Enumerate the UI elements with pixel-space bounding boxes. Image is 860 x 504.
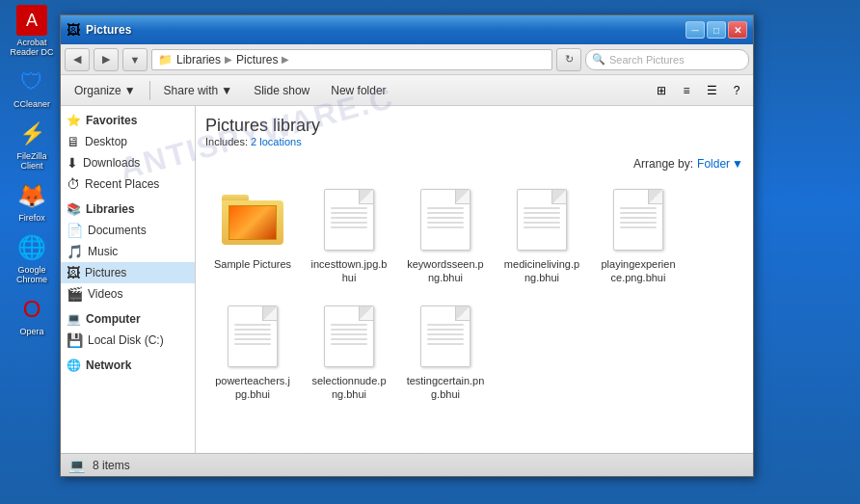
arrange-dropdown[interactable]: Folder ▼ bbox=[697, 157, 743, 171]
organize-arrow-icon: ▼ bbox=[124, 84, 136, 97]
title-buttons: ─ □ ✕ bbox=[685, 21, 747, 39]
arrange-arrow-icon: ▼ bbox=[732, 157, 743, 171]
desktop-icon-chrome[interactable]: 🌐 Google Chrome bbox=[8, 232, 56, 284]
new-folder-button[interactable]: New folder bbox=[323, 79, 393, 102]
nav-pane: ⭐ Favorites 🖥 Desktop ⬇ Downloads ⏱ Rece… bbox=[61, 106, 196, 453]
doc-icon bbox=[517, 189, 567, 251]
breadcrumb-icon: 📁 bbox=[158, 53, 173, 66]
file-area: Pictures library Includes: 2 locations A… bbox=[196, 106, 753, 453]
window-title: Pictures bbox=[86, 23, 131, 37]
nav-item-documents[interactable]: 📄 Documents bbox=[61, 220, 195, 241]
library-includes-label: Includes: bbox=[205, 136, 248, 147]
nav-item-recent-places[interactable]: ⏱ Recent Places bbox=[61, 173, 195, 195]
desktop-icon-firefox[interactable]: 🦊 Firefox bbox=[8, 180, 56, 223]
doc-icon bbox=[228, 305, 278, 367]
breadcrumb-arrow2: ▶ bbox=[282, 54, 289, 65]
file-item-medicineliving[interactable]: medicineliving.png.bhui bbox=[498, 182, 585, 289]
slideshow-button[interactable]: Slide show bbox=[246, 79, 317, 102]
title-bar: 🖼 Pictures ─ □ ✕ bbox=[61, 15, 753, 44]
file-item-incesttown[interactable]: incesttown.jpg.bhui bbox=[306, 182, 392, 289]
nav-item-downloads[interactable]: ⬇ Downloads bbox=[61, 152, 195, 173]
forward-button[interactable]: ▶ bbox=[94, 48, 119, 71]
desktop-icon-ccleaner[interactable]: 🛡 CCleaner bbox=[8, 66, 56, 109]
file-item-selectionnude[interactable]: selectionnude.png.bhui bbox=[306, 299, 392, 406]
computer-section: 💻 Computer 💾 Local Disk (C:) bbox=[61, 308, 195, 351]
back-button[interactable]: ◀ bbox=[65, 48, 90, 71]
search-placeholder: Search Pictures bbox=[609, 54, 685, 66]
file-item-sample-pictures[interactable]: Sample Pictures bbox=[209, 182, 296, 289]
search-icon: 🔍 bbox=[592, 53, 605, 66]
toolbar-separator-1 bbox=[149, 81, 150, 100]
file-name: testingcertain.png.bhui bbox=[406, 374, 485, 402]
computer-header[interactable]: 💻 Computer bbox=[61, 308, 195, 330]
view-extra-large-button[interactable]: ⊞ bbox=[651, 80, 672, 101]
address-bar: ◀ ▶ ▼ 📁 Libraries ▶ Pictures ▶ ↻ 🔍 Searc… bbox=[61, 44, 753, 75]
search-bar[interactable]: 🔍 Search Pictures bbox=[585, 49, 749, 70]
window-icon: 🖼 bbox=[67, 22, 80, 38]
doc-icon bbox=[613, 189, 663, 251]
file-name: Sample Pictures bbox=[214, 257, 291, 271]
library-header: Pictures library Includes: 2 locations bbox=[205, 116, 743, 147]
localdisk-nav-icon: 💾 bbox=[67, 332, 83, 348]
file-item-testingcertain[interactable]: testingcertain.png.bhui bbox=[402, 299, 489, 406]
file-name: incesttown.jpg.bhui bbox=[309, 257, 389, 285]
desktop-nav-icon: 🖥 bbox=[67, 134, 80, 149]
library-title: Pictures library bbox=[205, 116, 743, 136]
nav-item-pictures[interactable]: 🖼 Pictures bbox=[61, 262, 195, 283]
libraries-icon: 📚 bbox=[67, 202, 81, 216]
help-button[interactable]: ? bbox=[726, 80, 747, 101]
desktop-icon-acrobat[interactable]: A Acrobat Reader DC bbox=[8, 5, 56, 57]
favorites-header[interactable]: ⭐ Favorites bbox=[61, 110, 195, 131]
file-item-powerteachers[interactable]: powerteachers.jpg.bhui bbox=[209, 299, 296, 406]
network-header[interactable]: 🌐 Network bbox=[61, 355, 195, 376]
videos-nav-icon: 🎬 bbox=[67, 286, 83, 302]
view-list-button[interactable]: ☰ bbox=[701, 80, 722, 101]
main-content: ⭐ Favorites 🖥 Desktop ⬇ Downloads ⏱ Rece… bbox=[61, 106, 753, 453]
recent-button[interactable]: ▼ bbox=[122, 48, 148, 71]
breadcrumb-arrow1: ▶ bbox=[225, 54, 232, 65]
documents-nav-icon: 📄 bbox=[67, 223, 83, 238]
file-name: playingexperience.png.bhui bbox=[599, 257, 678, 285]
breadcrumb-bar[interactable]: 📁 Libraries ▶ Pictures ▶ bbox=[151, 49, 552, 70]
organize-button[interactable]: Organize ▼ bbox=[67, 79, 144, 102]
sharewith-arrow-icon: ▼ bbox=[221, 84, 232, 97]
favorites-section: ⭐ Favorites 🖥 Desktop ⬇ Downloads ⏱ Rece… bbox=[61, 110, 195, 195]
libraries-section: 📚 Libraries 📄 Documents 🎵 Music 🖼 Pictur… bbox=[61, 199, 195, 305]
file-name: medicineliving.png.bhui bbox=[502, 257, 581, 285]
status-icon: 💻 bbox=[68, 458, 85, 473]
desktop-icon-opera[interactable]: O Opera bbox=[8, 294, 56, 336]
close-button[interactable]: ✕ bbox=[728, 21, 747, 39]
doc-icon bbox=[324, 189, 374, 251]
computer-icon: 💻 bbox=[67, 312, 81, 326]
breadcrumb-libraries[interactable]: Libraries bbox=[176, 53, 221, 66]
network-section: 🌐 Network bbox=[61, 355, 195, 376]
nav-item-desktop[interactable]: 🖥 Desktop bbox=[61, 131, 195, 152]
share-with-button[interactable]: Share with ▼ bbox=[156, 79, 241, 102]
nav-item-music[interactable]: 🎵 Music bbox=[61, 241, 195, 262]
maximize-button[interactable]: □ bbox=[707, 21, 726, 39]
file-name: powerteachers.jpg.bhui bbox=[213, 374, 292, 402]
file-item-playingexperience[interactable]: playingexperience.png.bhui bbox=[595, 182, 682, 289]
explorer-window: 🖼 Pictures ─ □ ✕ ◀ ▶ ▼ 📁 Libraries ▶ Pic… bbox=[60, 14, 754, 477]
folder-icon bbox=[222, 195, 283, 245]
view-details-button[interactable]: ≡ bbox=[676, 80, 697, 101]
doc-icon bbox=[420, 189, 470, 251]
pictures-nav-icon: 🖼 bbox=[67, 265, 80, 280]
doc-icon bbox=[420, 305, 470, 367]
status-count: 8 items bbox=[93, 459, 130, 472]
favorites-star-icon: ⭐ bbox=[67, 114, 81, 127]
recentplaces-nav-icon: ⏱ bbox=[67, 176, 80, 192]
minimize-button[interactable]: ─ bbox=[685, 21, 705, 39]
library-locations-link[interactable]: 2 locations bbox=[251, 136, 302, 147]
file-name: selectionnude.png.bhui bbox=[309, 374, 389, 402]
breadcrumb-pictures[interactable]: Pictures bbox=[236, 53, 278, 66]
libraries-header[interactable]: 📚 Libraries bbox=[61, 199, 195, 220]
nav-item-videos[interactable]: 🎬 Videos bbox=[61, 283, 195, 305]
file-item-keywordsseen[interactable]: keywordsseen.png.bhui bbox=[402, 182, 489, 289]
refresh-button[interactable]: ↻ bbox=[556, 48, 581, 71]
desktop-icon-filezilla[interactable]: ⚡ FileZilla Client bbox=[8, 119, 56, 171]
status-bar: 💻 8 items bbox=[61, 453, 753, 476]
arrange-by-label: Arrange by: bbox=[633, 157, 693, 171]
doc-icon bbox=[324, 305, 374, 367]
nav-item-local-disk[interactable]: 💾 Local Disk (C:) bbox=[61, 330, 195, 351]
